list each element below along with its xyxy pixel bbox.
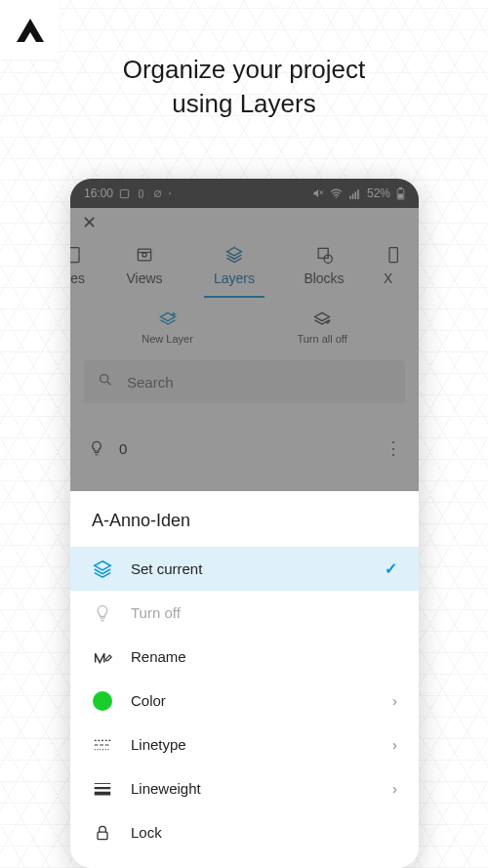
check-icon: ✓ (385, 559, 397, 578)
menu-color[interactable]: Color › (70, 679, 419, 723)
doc-icon (70, 245, 85, 265)
chevron-right-icon: › (392, 780, 397, 797)
menu-set-current[interactable]: Set current ✓ (70, 547, 419, 591)
battery-percent: 52% (367, 186, 390, 200)
svg-rect-8 (352, 193, 354, 198)
svg-rect-15 (138, 249, 150, 261)
status-bar: 16:00 • 52% (70, 179, 419, 208)
new-layer-icon (157, 310, 179, 329)
linetype-icon (92, 734, 113, 756)
tab-layers[interactable]: Layers (204, 245, 264, 298)
svg-rect-1 (140, 189, 143, 196)
sheet-title: A-Anno-Iden (70, 491, 419, 547)
layers-icon (224, 245, 245, 265)
battery-icon (396, 187, 405, 200)
svg-point-6 (336, 196, 338, 198)
phone-mockup: 16:00 • 52% ✕ es (70, 179, 419, 868)
rename-icon (92, 646, 113, 668)
bulb-icon (88, 439, 105, 457)
blocks-icon (313, 245, 335, 265)
new-layer-button[interactable]: New Layer (142, 310, 193, 345)
menu-turn-off[interactable]: Turn off (70, 591, 419, 635)
lineweight-icon (92, 778, 113, 800)
svg-rect-20 (389, 248, 397, 263)
svg-rect-12 (399, 187, 402, 189)
svg-rect-13 (398, 193, 403, 198)
color-swatch-icon (92, 690, 113, 712)
svg-rect-9 (354, 191, 356, 199)
svg-rect-31 (98, 832, 107, 840)
chevron-right-icon: › (392, 736, 397, 753)
menu-lock[interactable]: Lock (70, 810, 419, 854)
search-placeholder: Search (127, 374, 174, 391)
mute-icon (312, 187, 324, 199)
close-icon[interactable]: ✕ (82, 212, 97, 233)
overflow-icon[interactable]: ⋮ (385, 437, 401, 459)
menu-rename[interactable]: Rename (70, 635, 419, 679)
search-input[interactable]: Search (84, 360, 405, 403)
svg-rect-0 (120, 189, 128, 197)
layer-options-sheet: A-Anno-Iden Set current ✓ Turn off Renam… (70, 491, 419, 868)
svg-rect-14 (70, 248, 79, 263)
no-location-icon (152, 188, 163, 199)
svg-line-24 (107, 382, 110, 385)
layers-icon (92, 558, 113, 580)
menu-linetype[interactable]: Linetype › (70, 723, 419, 766)
menu-lineweight[interactable]: Lineweight › (70, 766, 419, 810)
tab-blocks[interactable]: Blocks (294, 245, 354, 298)
turn-all-off-button[interactable]: Turn all off (297, 310, 346, 345)
lock-icon (92, 822, 113, 844)
wifi-icon (330, 187, 343, 200)
tab-bar: es Views Layers Blocks X (70, 237, 404, 298)
signal-icon (348, 187, 361, 200)
xref-icon (384, 245, 404, 265)
bulb-off-icon (92, 602, 113, 624)
image-icon (119, 188, 130, 199)
tab-properties[interactable]: es (70, 245, 85, 298)
svg-rect-18 (318, 248, 328, 258)
status-time: 16:00 (84, 186, 113, 200)
layer-name: 0 (119, 440, 127, 457)
views-icon (134, 245, 155, 265)
svg-point-16 (142, 253, 146, 257)
svg-point-23 (101, 375, 108, 383)
svg-rect-10 (357, 189, 359, 199)
chevron-right-icon: › (392, 692, 397, 709)
layer-row[interactable]: 0 ⋮ (70, 427, 419, 470)
search-icon (98, 372, 113, 392)
tab-views[interactable]: Views (114, 245, 175, 298)
turn-off-icon (311, 310, 333, 329)
svg-rect-7 (349, 195, 351, 198)
vibrate-icon (136, 188, 146, 199)
app-logo (0, 0, 60, 60)
tab-xrefs[interactable]: X (384, 245, 404, 298)
page-headline: Organize your project using Layers (0, 53, 488, 121)
notification-dot: • (169, 190, 171, 196)
